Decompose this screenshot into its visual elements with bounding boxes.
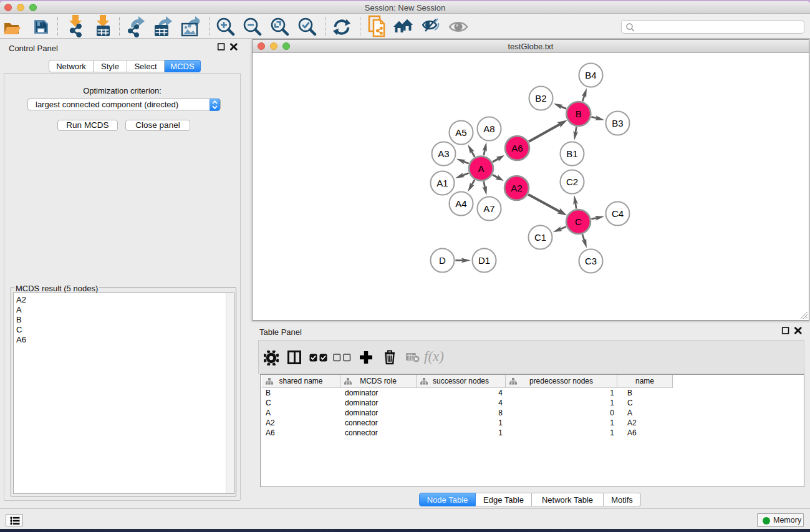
svg-text:A5: A5 — [455, 127, 466, 138]
svg-text:B1: B1 — [566, 148, 577, 159]
svg-text:D: D — [439, 255, 446, 266]
svg-text:B3: B3 — [612, 118, 623, 128]
svg-text:A1: A1 — [436, 178, 448, 188]
svg-text:D1: D1 — [478, 255, 490, 266]
svg-text:B: B — [576, 109, 582, 119]
svg-text:A8: A8 — [483, 123, 494, 134]
svg-text:B2: B2 — [535, 93, 546, 104]
svg-text:C2: C2 — [566, 177, 578, 187]
svg-text:A2: A2 — [511, 183, 522, 193]
svg-text:C3: C3 — [585, 256, 597, 266]
svg-text:A4: A4 — [455, 198, 466, 209]
svg-text:A7: A7 — [483, 203, 494, 214]
svg-text:B4: B4 — [585, 70, 596, 80]
svg-text:A6: A6 — [511, 143, 523, 153]
svg-text:C: C — [575, 216, 582, 227]
svg-text:A: A — [478, 163, 484, 174]
svg-text:C1: C1 — [534, 232, 546, 243]
svg-text:C4: C4 — [612, 208, 624, 219]
svg-text:A3: A3 — [438, 148, 449, 159]
